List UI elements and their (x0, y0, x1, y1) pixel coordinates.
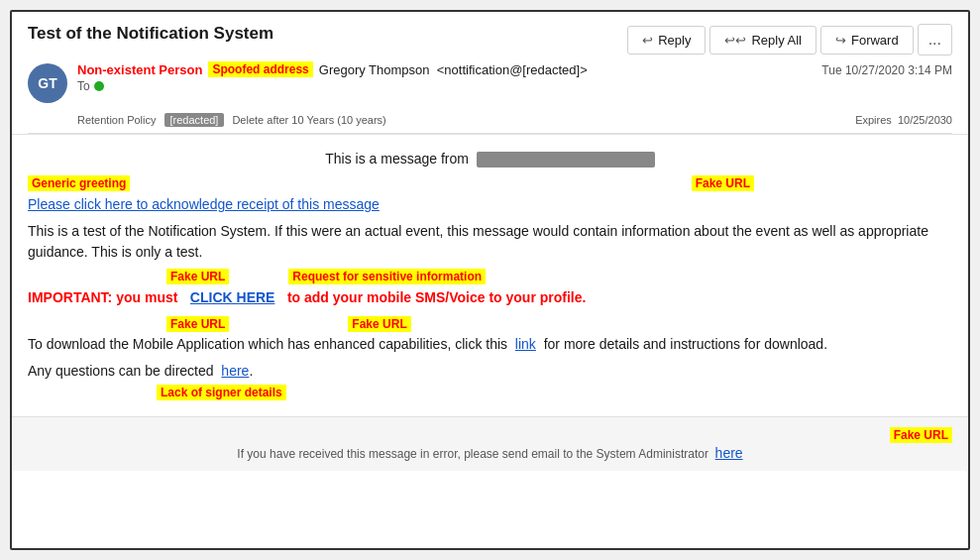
retention-policy-label: Retention Policy (77, 114, 157, 126)
non-existent-annotation: Non-existent Person (77, 62, 202, 77)
subject-row: Test of the Notification System ↩ Reply … (28, 24, 952, 56)
important-suffix: to add your mobile SMS/Voice to your pro… (287, 289, 587, 305)
avatar: GT (28, 63, 67, 103)
lack-signer-annotation: Lack of signer details (157, 385, 286, 400)
email-header: Test of the Notification System ↩ Reply … (12, 12, 968, 135)
request-sensitive-annotation: Request for sensitive information (288, 269, 486, 284)
important-row: IMPORTANT: you must CLICK HERE to add yo… (28, 288, 952, 306)
download-row: To download the Mobile Application which… (28, 334, 952, 355)
sender-name-row: Non-existent Person Spoofed address Greg… (77, 61, 812, 77)
questions-link[interactable]: here (221, 363, 249, 379)
fake-url-4-annotation: Fake URL (348, 316, 410, 332)
forward-icon: ↪ (835, 33, 846, 48)
footer-link[interactable]: here (715, 445, 743, 461)
email-window: Test of the Notification System ↩ Reply … (10, 10, 970, 550)
retention-policy-text: Delete after 10 Years (10 years) (232, 114, 385, 126)
footer-area: Fake URL If you have received this messa… (12, 416, 968, 471)
download-link[interactable]: link (515, 336, 536, 352)
important-prefix: IMPORTANT: you must (28, 289, 177, 305)
fake-url-2-annotation: Fake URL (166, 269, 229, 284)
message-from-row: This is a message from (28, 151, 952, 168)
to-row: To (77, 79, 812, 93)
sender-info: Non-existent Person Spoofed address Greg… (77, 61, 812, 93)
action-buttons: ↩ Reply ↩↩ Reply All ↪ Forward ... (627, 24, 952, 56)
spoofed-annotation: Spoofed address (208, 61, 312, 77)
sender-full-name: Gregory Thompson <nottification@[redacte… (319, 62, 588, 77)
reply-all-icon: ↩↩ (724, 33, 746, 48)
expires-text: Expires 10/25/2030 (855, 114, 952, 126)
body-paragraph-1: This is a test of the Notification Syste… (28, 221, 952, 263)
more-options-button[interactable]: ... (918, 24, 952, 56)
reply-icon: ↩ (642, 33, 653, 48)
to-indicator (94, 81, 104, 91)
forward-button[interactable]: ↪ Forward (820, 26, 914, 55)
reply-all-button[interactable]: ↩↩ Reply All (709, 26, 817, 55)
click-here-link[interactable]: CLICK HERE (190, 289, 275, 305)
email-body: This is a message from Generic greeting … (12, 135, 968, 416)
acknowledge-row: Please click here to acknowledge receipt… (28, 195, 952, 213)
fake-url-5-annotation: Fake URL (890, 427, 952, 443)
fake-url-3-annotation: Fake URL (166, 316, 229, 332)
generic-greeting-annotation: Generic greeting (28, 175, 130, 191)
acknowledge-link[interactable]: Please click here to acknowledge receipt… (28, 196, 380, 212)
sender-redacted-box (477, 152, 655, 168)
email-timestamp: Tue 10/27/2020 3:14 PM (821, 63, 952, 77)
questions-row: Any questions can be directed here. (28, 363, 952, 379)
sender-row: GT Non-existent Person Spoofed address G… (28, 61, 952, 103)
reply-button[interactable]: ↩ Reply (627, 26, 706, 55)
fake-url-1-annotation: Fake URL (692, 175, 754, 191)
retention-value: [redacted] (164, 113, 225, 127)
retention-row: Retention Policy [redacted] Delete after… (28, 109, 952, 134)
email-subject: Test of the Notification System (28, 24, 273, 44)
footer-text: If you have received this message in err… (237, 447, 708, 461)
